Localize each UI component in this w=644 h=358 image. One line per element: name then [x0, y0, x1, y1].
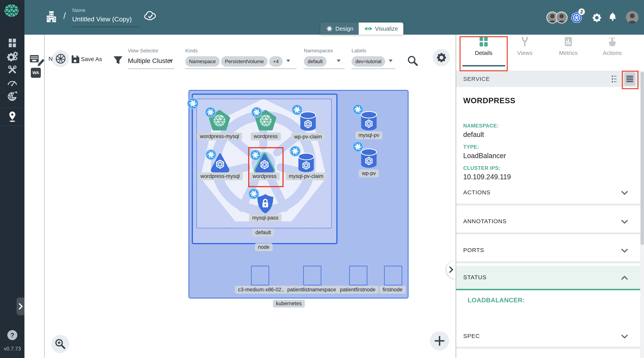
kubernetes-toggle-button[interactable] [52, 50, 69, 67]
cluster-box-label: kubernetes [273, 300, 305, 308]
save-as-button[interactable]: Save As [81, 56, 102, 62]
section-spec[interactable]: SPEC [463, 333, 480, 339]
labels-underline [352, 68, 396, 69]
labels-chip[interactable]: dev=tutorial [352, 56, 385, 67]
chevron-down-icon[interactable] [621, 219, 628, 224]
labels-label: Labels [352, 48, 366, 54]
tab-label: Actions [603, 50, 622, 56]
sidebar-divider [0, 126, 24, 126]
search-icon[interactable] [408, 56, 418, 66]
details-panel: Details Views Metrics Actions SERVICE WO… [456, 35, 644, 358]
collaborator-avatar[interactable] [556, 12, 568, 24]
save-icon[interactable] [71, 55, 79, 63]
node-label: wordpress-mysql [197, 132, 242, 140]
k8s-spiral-badge [352, 104, 364, 115]
settings-gear-icon[interactable] [592, 13, 602, 23]
cluster-node-square[interactable] [251, 266, 269, 286]
k8s-spiral-badge [248, 188, 260, 200]
node-label: wordpress-mysql [197, 172, 243, 180]
cluster-node-label: firstnode [380, 286, 406, 294]
compact-list-icon[interactable] [611, 75, 619, 83]
section-actions[interactable]: ACTIONS [463, 189, 490, 196]
location-pin-icon [7, 111, 17, 122]
canvas-settings-button[interactable] [433, 49, 450, 66]
panel-scrollbar-thumb[interactable] [640, 72, 644, 245]
zoom-in-magnifier-icon [55, 338, 66, 349]
actions-hand-icon [607, 36, 617, 47]
chevron-down-icon[interactable] [388, 58, 393, 63]
sidebar-item-kanvas[interactable] [0, 111, 24, 122]
wasm-filter-icon[interactable]: WA [31, 68, 41, 78]
annotation-box-wordpress-service [248, 147, 284, 187]
field-value: 10.109.249.119 [463, 173, 511, 181]
node-label: mysql-pv [356, 131, 382, 139]
cloud-sync-icon[interactable] [144, 11, 156, 22]
panel-collapse-handle[interactable] [447, 260, 456, 279]
field-value: LoadBalancer [463, 152, 506, 160]
k8s-spiral-badge [187, 97, 199, 110]
cluster-node-square[interactable] [384, 266, 402, 286]
kind-chip[interactable]: Namespace [185, 56, 220, 67]
field-label: NAMESPACE: [463, 123, 499, 129]
tab-label: Metrics [559, 50, 578, 56]
tab-views[interactable]: Views [506, 36, 544, 65]
section-ports[interactable]: PORTS [463, 247, 484, 254]
meshery-spiral-icon[interactable] [31, 40, 42, 50]
tab-actions[interactable]: Actions [593, 36, 632, 65]
kinds-label: Kinds [185, 48, 198, 54]
chevron-up-icon[interactable] [621, 275, 628, 281]
namespace-chip[interactable]: default [304, 56, 326, 67]
dashboard-grid-icon [8, 38, 17, 48]
status-label[interactable]: STATUS [463, 274, 486, 280]
tab-metrics[interactable]: Metrics [549, 36, 588, 65]
sidebar-item-dashboard[interactable] [0, 38, 24, 48]
chevron-down-icon[interactable] [621, 190, 628, 196]
node-label: wordpress [251, 132, 281, 140]
gears-icon [6, 50, 18, 62]
wa-label: WA [32, 70, 39, 75]
sidebar-item-lifecycle[interactable] [0, 50, 24, 62]
kind-chip[interactable]: PersistentVolume [221, 56, 268, 67]
k8s-spiral-badge [289, 146, 301, 157]
cluster-node-square[interactable] [303, 266, 321, 286]
edit-pencil-icon[interactable] [37, 58, 46, 67]
view-selector-value[interactable]: Multiple Cluster [128, 57, 173, 64]
sidebar-item-extensions[interactable] [0, 91, 24, 102]
chevron-down-icon[interactable] [168, 58, 173, 63]
chevron-down-icon[interactable] [621, 334, 628, 339]
kind-chip-more[interactable]: +4 [269, 56, 283, 67]
view-selector-underline [128, 68, 174, 69]
field-label: TYPE: [463, 144, 479, 150]
section-annotations[interactable]: ANNOTATIONS [463, 218, 506, 224]
node-label: wp-pv-claim [291, 133, 325, 141]
chevron-down-icon[interactable] [621, 248, 628, 254]
tab-visualize[interactable]: Visualize [359, 22, 403, 35]
organization-icon[interactable] [45, 11, 58, 23]
chevron-down-icon[interactable] [286, 58, 291, 63]
cluster-node-square[interactable] [349, 266, 367, 286]
zoom-button[interactable] [51, 335, 69, 353]
node-label: mysql-pass [249, 214, 282, 222]
performance-gauge-icon [7, 78, 18, 88]
context-count-badge[interactable]: 2 [578, 8, 585, 15]
sidebar-expand-handle[interactable] [16, 298, 24, 315]
chevron-down-icon[interactable] [336, 58, 341, 63]
k8s-spiral-badge [291, 104, 303, 116]
namespaces-label: Namespaces [304, 48, 333, 54]
notifications-bell-icon[interactable] [608, 12, 618, 22]
sidebar-item-configuration[interactable] [0, 64, 24, 75]
kinds-underline [185, 68, 296, 69]
user-avatar[interactable] [626, 10, 639, 24]
add-node-button[interactable] [430, 331, 449, 350]
meshery-logo[interactable] [4, 4, 20, 17]
help-button[interactable]: ? [7, 330, 17, 340]
k8s-spiral-badge [352, 141, 364, 152]
mesh-pattern-icon [7, 91, 18, 102]
sidebar-item-performance[interactable] [0, 78, 24, 88]
filter-funnel-icon[interactable] [113, 56, 123, 64]
mini-toolbar: WA [24, 35, 45, 358]
name-field-label: Name [72, 7, 86, 13]
tab-design[interactable]: Design [320, 22, 359, 35]
metrics-icon [563, 36, 573, 47]
view-name-input[interactable] [72, 16, 138, 23]
